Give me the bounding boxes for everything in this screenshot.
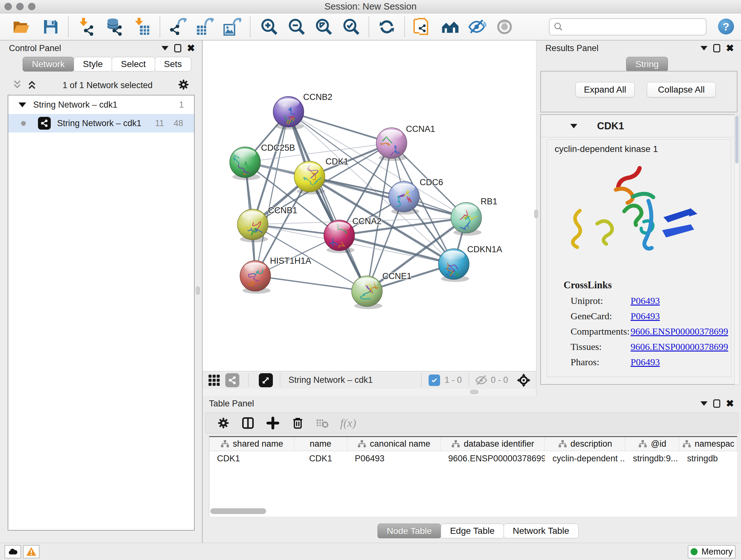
zoom-in-icon[interactable]	[260, 18, 278, 36]
crosslink-link[interactable]: 9606.ENSP00000378699	[630, 326, 728, 337]
collapse-entry-icon[interactable]	[570, 124, 577, 128]
network-node-cdk1[interactable]: CDK1	[294, 157, 348, 194]
collapse-all-button[interactable]: Collapse All	[647, 82, 716, 98]
add-column-icon[interactable]	[266, 416, 280, 430]
function-builder-icon[interactable]: f(x)	[340, 416, 356, 430]
column-header-namespac[interactable]: namespac	[679, 437, 737, 451]
collection-expand-icon[interactable]	[18, 103, 26, 107]
network-edge-ccnb2-ccna1[interactable]	[288, 112, 392, 143]
network-node-rb1[interactable]: RB1	[451, 197, 497, 236]
grid-view-icon[interactable]	[207, 374, 221, 387]
tab-style[interactable]: Style	[74, 57, 112, 71]
table-cell[interactable]: P06493	[347, 451, 441, 466]
panel-menu-icon[interactable]	[700, 401, 708, 406]
tab-string[interactable]: String	[626, 57, 668, 71]
show-panel-eye-icon[interactable]	[495, 18, 514, 36]
tab-network-table[interactable]: Network Table	[503, 523, 579, 538]
float-panel-icon[interactable]	[713, 44, 720, 52]
tab-node-table[interactable]: Node Table	[378, 523, 441, 538]
column-header-shared-name[interactable]: shared name	[209, 437, 294, 451]
select-columns-icon[interactable]	[241, 416, 255, 430]
column-header-description[interactable]: description	[545, 437, 625, 451]
table-cell[interactable]: CDK1	[209, 451, 294, 466]
scrollbar-thumb[interactable]	[735, 116, 738, 164]
crosslink-link[interactable]: 9606.ENSP00000378699	[630, 341, 728, 352]
search-box[interactable]	[549, 18, 706, 36]
crosslink-link[interactable]: P06493	[630, 295, 660, 306]
table-cell[interactable]: stringdb	[679, 451, 737, 466]
zoom-fit-icon[interactable]	[315, 18, 333, 36]
network-node-ccna1[interactable]: CCNA1	[376, 124, 435, 161]
gene-entry-header[interactable]: CDK1	[541, 115, 737, 137]
delete-table-icon[interactable]	[316, 417, 329, 429]
table-cell[interactable]: cyclin-dependent ...	[545, 451, 625, 466]
panel-menu-icon[interactable]	[161, 46, 169, 51]
table-cell[interactable]: CDK1	[294, 451, 347, 466]
selected-checkbox-icon[interactable]	[428, 374, 440, 386]
network-node-ccnb2[interactable]: CCNB2	[273, 92, 333, 130]
column-header--id[interactable]: @id	[625, 437, 679, 451]
zoom-out-icon[interactable]	[288, 18, 306, 36]
export-table-icon[interactable]	[196, 18, 214, 36]
crosslink-link[interactable]: P06493	[630, 357, 660, 368]
import-table-icon[interactable]	[133, 18, 151, 36]
panel-splitter-handle[interactable]	[534, 210, 538, 218]
horizontal-splitter[interactable]	[203, 389, 536, 396]
hide-panel-eye-icon[interactable]	[468, 18, 486, 36]
float-panel-icon[interactable]	[713, 399, 720, 408]
export-image-icon[interactable]	[223, 18, 241, 36]
tab-select[interactable]: Select	[112, 57, 155, 71]
memory-button[interactable]: Memory	[688, 545, 736, 558]
network-canvas[interactable]: CCNB2CCNA1CDC25BCDK1CDC6RB1CCNB1CCNA2CDK…	[203, 41, 536, 371]
results-scrollbar[interactable]	[734, 114, 739, 385]
network-node-ccne1[interactable]: CCNE1	[352, 271, 412, 309]
expand-all-button[interactable]: Expand All	[576, 82, 635, 98]
network-node-ccnb1[interactable]: CCNB1	[235, 206, 297, 242]
table-cell[interactable]: stringdb:9...	[625, 451, 679, 466]
help-icon[interactable]: ?	[718, 18, 734, 35]
save-session-icon[interactable]	[42, 18, 60, 36]
open-session-icon[interactable]	[12, 18, 30, 36]
network-collection-row[interactable]: String Network – cdk1 1	[8, 96, 194, 114]
column-header-name[interactable]: name	[294, 437, 347, 451]
network-badge-icon[interactable]	[225, 373, 239, 387]
column-header-canonical-name[interactable]: canonical name	[347, 437, 441, 451]
network-row-selected[interactable]: String Network – cdk1 11 48	[8, 114, 194, 132]
search-input[interactable]	[566, 22, 706, 32]
panel-splitter-handle[interactable]	[196, 287, 200, 295]
column-header-database-identifier[interactable]: database identifier	[441, 437, 545, 451]
fit-selected-crosshair-icon[interactable]	[516, 373, 531, 388]
network-options-gear-icon[interactable]	[178, 78, 190, 92]
network-node-cdkn1a[interactable]: CDKN1A	[439, 245, 502, 282]
import-network-icon[interactable]	[77, 18, 95, 36]
close-panel-icon[interactable]: ✖	[187, 44, 195, 53]
table-row[interactable]: CDK1CDK1P064939606.ENSP00000378699cyclin…	[209, 451, 737, 466]
home-icon[interactable]	[441, 18, 459, 36]
export-network-icon[interactable]	[169, 18, 187, 36]
float-panel-icon[interactable]	[174, 44, 181, 52]
clone-network-icon[interactable]	[413, 18, 430, 36]
delete-column-icon[interactable]	[291, 416, 305, 430]
panel-menu-icon[interactable]	[700, 46, 708, 51]
birds-eye-view-icon[interactable]	[259, 373, 273, 387]
close-panel-icon[interactable]: ✖	[726, 44, 734, 53]
refresh-icon[interactable]	[378, 18, 396, 36]
network-node-hist1h1a[interactable]: HIST1H1A	[240, 256, 311, 295]
table-options-gear-icon[interactable]	[217, 417, 230, 429]
table-cell[interactable]: 9606.ENSP00000378699	[441, 451, 545, 466]
tab-edge-table[interactable]: Edge Table	[441, 523, 504, 538]
hidden-eye-slash-icon[interactable]	[475, 374, 488, 387]
horizontal-scrollbar-thumb[interactable]	[210, 508, 266, 514]
tab-network[interactable]: Network	[23, 57, 74, 71]
network-node-cdc25b[interactable]: CDC25B	[230, 143, 295, 180]
close-panel-icon[interactable]: ✖	[726, 399, 734, 408]
cloud-status-button[interactable]	[4, 545, 21, 558]
network-edge-ccnb2-hist1h1a[interactable]	[255, 112, 288, 276]
zoom-selected-icon[interactable]	[342, 18, 360, 36]
expand-all-icon[interactable]	[26, 79, 38, 91]
collapse-all-icon[interactable]	[11, 79, 23, 91]
network-edge-hist1h1a-ccne1[interactable]	[255, 276, 367, 291]
warnings-button[interactable]	[23, 545, 40, 558]
tab-sets[interactable]: Sets	[155, 57, 191, 71]
crosslink-link[interactable]: P06493	[630, 311, 660, 321]
